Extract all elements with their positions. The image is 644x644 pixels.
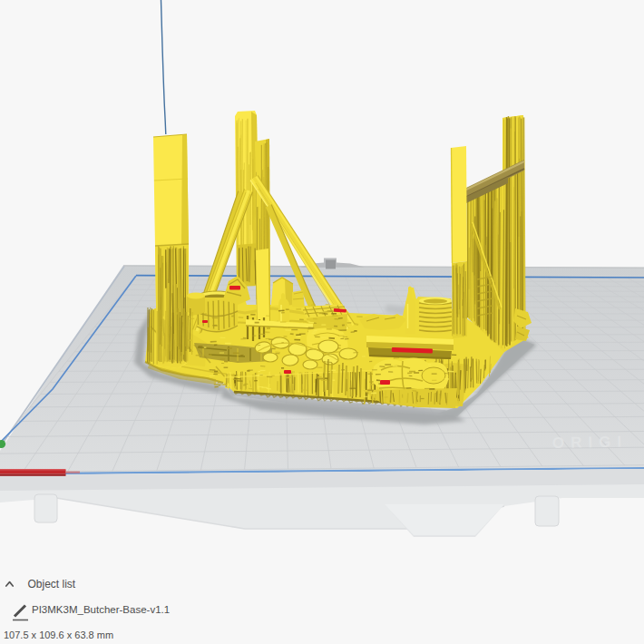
- svg-text:107.5 x 109.6 x 63.8 mm: 107.5 x 109.6 x 63.8 mm: [4, 629, 113, 640]
- svg-text:ORIGI: ORIGI: [552, 433, 629, 452]
- svg-text:Object list: Object list: [28, 578, 76, 590]
- svg-text:PI3MK3M_Butcher-Base-v1.1: PI3MK3M_Butcher-Base-v1.1: [32, 604, 170, 615]
